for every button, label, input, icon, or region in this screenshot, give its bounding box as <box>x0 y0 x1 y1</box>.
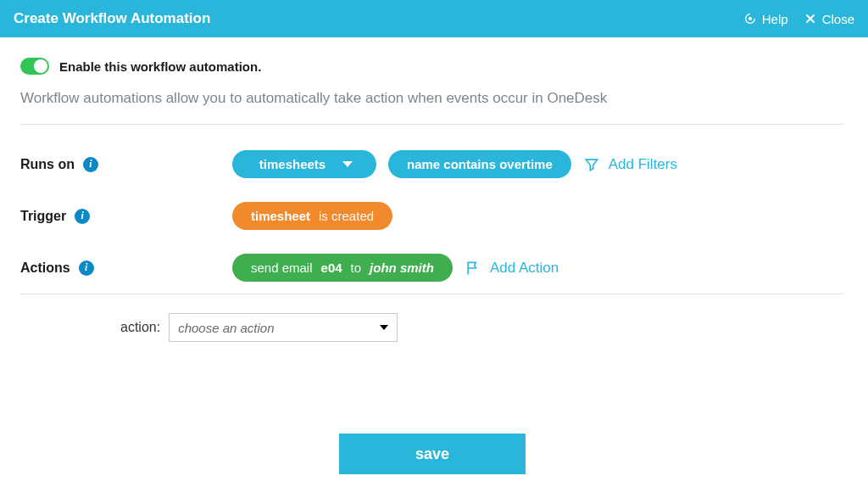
dialog-header: Create Workflow Automation Help Close <box>0 0 868 37</box>
action-pill[interactable]: send email e04 to john smith <box>232 254 453 282</box>
trigger-predicate: is created <box>319 209 374 223</box>
dialog-content: Enable this workflow automation. Workflo… <box>0 37 868 474</box>
toggle-knob <box>34 59 47 73</box>
save-row: save <box>20 434 844 474</box>
action-select-row: action: choose an action <box>20 313 844 342</box>
close-icon <box>804 12 817 25</box>
help-button[interactable]: Help <box>743 12 788 26</box>
runs-on-body: timesheets name contains overtime Add Fi… <box>232 150 677 178</box>
enable-row: Enable this workflow automation. <box>20 58 844 75</box>
action-select-placeholder: choose an action <box>178 321 274 335</box>
trigger-label-group: Trigger i <box>20 209 232 224</box>
info-icon[interactable]: i <box>79 260 94 276</box>
close-button[interactable]: Close <box>804 12 854 26</box>
chevron-down-icon <box>380 325 388 330</box>
runs-on-type-dropdown[interactable]: timesheets <box>232 150 376 178</box>
action-select-label: action: <box>120 320 160 335</box>
actions-row: Actions i send email e04 to john smith A… <box>20 242 844 294</box>
runs-on-filter-text: name contains overtime <box>407 157 553 171</box>
action-to-word: to <box>351 260 362 275</box>
info-icon[interactable]: i <box>75 209 90 224</box>
trigger-row: Trigger i timesheet is created <box>20 190 844 242</box>
runs-on-label: Runs on <box>20 157 75 172</box>
close-label: Close <box>822 12 854 26</box>
save-button[interactable]: save <box>339 434 526 474</box>
help-icon <box>743 12 757 25</box>
add-filters-label: Add Filters <box>609 156 677 173</box>
filter-icon <box>583 156 600 173</box>
actions-label-group: Actions i <box>20 260 232 276</box>
header-actions: Help Close <box>743 12 854 26</box>
info-icon[interactable]: i <box>83 157 98 172</box>
actions-label: Actions <box>20 260 70 276</box>
trigger-body: timesheet is created <box>232 202 392 230</box>
runs-on-label-group: Runs on i <box>20 157 232 172</box>
automation-description: Workflow automations allow you to automa… <box>20 90 844 107</box>
runs-on-filter-pill[interactable]: name contains overtime <box>388 150 571 178</box>
help-label: Help <box>762 12 788 26</box>
dialog-title: Create Workflow Automation <box>14 10 210 27</box>
enable-label: Enable this workflow automation. <box>59 59 261 74</box>
action-verb: send email <box>251 260 313 275</box>
action-recipient: john smith <box>370 260 434 275</box>
svg-point-0 <box>748 17 752 20</box>
divider <box>20 124 844 125</box>
add-filters-button[interactable]: Add Filters <box>583 156 677 173</box>
runs-on-row: Runs on i timesheets name contains overt… <box>20 138 844 190</box>
action-select-dropdown[interactable]: choose an action <box>169 313 398 342</box>
add-action-button[interactable]: Add Action <box>465 260 559 277</box>
runs-on-type-value: timesheets <box>259 157 326 171</box>
enable-toggle[interactable] <box>20 58 49 75</box>
chevron-down-icon <box>342 161 353 167</box>
actions-body: send email e04 to john smith Add Action <box>232 254 559 282</box>
trigger-pill[interactable]: timesheet is created <box>232 202 392 230</box>
trigger-subject: timesheet <box>251 209 310 223</box>
flag-icon <box>465 260 481 277</box>
trigger-label: Trigger <box>20 209 66 224</box>
add-action-label: Add Action <box>490 260 559 277</box>
divider <box>20 294 844 294</box>
action-template: e04 <box>321 260 342 275</box>
